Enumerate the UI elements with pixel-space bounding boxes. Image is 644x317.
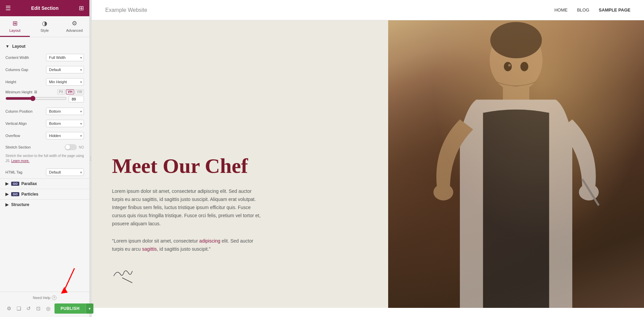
svg-point-9 <box>520 62 528 71</box>
vertical-align-select[interactable]: Bottom Top Middle <box>46 120 84 127</box>
html-tag-label: HTML Tag <box>5 170 46 174</box>
responsive-icon[interactable]: ⊡ <box>35 304 42 313</box>
column-position-select-wrap[interactable]: Bottom Top Middle <box>46 108 84 115</box>
publish-arrow-button[interactable]: ▾ <box>86 303 93 314</box>
toggle-label: NO <box>79 145 84 149</box>
sidebar: ☰ Edit Section ⊞ ⊞ Layout ◑ Style ⚙ Adva… <box>0 0 90 317</box>
parallax-label: Parallax <box>21 181 37 186</box>
columns-gap-label: Columns Gap <box>5 68 46 72</box>
resize-dot-3 <box>90 160 91 161</box>
min-height-label: Minimum Height 🖥 <box>5 90 46 94</box>
columns-gap-group: Columns Gap Default None Narrow Wide <box>0 64 89 76</box>
hero-signature <box>112 264 368 288</box>
hero-text: Meet Our Chef Lorem ipsum dolor sit amet… <box>92 20 388 308</box>
stretch-learn-more-link[interactable]: Learn more. <box>11 159 29 163</box>
column-position-select[interactable]: Bottom Top Middle <box>46 108 84 115</box>
nav-sample-page[interactable]: SAMPLE PAGE <box>599 7 630 13</box>
content-width-select-wrap[interactable]: Full Width Boxed <box>46 54 84 61</box>
stretch-toggle-wrap: NO <box>65 144 84 150</box>
overflow-label: Overflow <box>5 134 46 138</box>
unit-vh[interactable]: VH <box>66 89 74 94</box>
monitor-icon: 🖥 <box>34 90 38 94</box>
sidebar-title: Edit Section <box>31 5 59 11</box>
min-height-row: Minimum Height 🖥 PX VH VW <box>0 88 89 105</box>
hero-title: Meet Our Chef <box>112 154 368 177</box>
unit-vw[interactable]: VW <box>75 89 84 94</box>
parallax-arrow-icon: ▶ <box>5 181 8 186</box>
help-icon[interactable]: ? <box>52 295 57 300</box>
structure-section-header[interactable]: ▶ Structure <box>0 199 89 210</box>
overflow-select[interactable]: Hidden Visible <box>46 132 84 139</box>
min-height-input-group <box>5 96 84 103</box>
height-select[interactable]: Min Height Default Fit To Screen <box>46 78 84 86</box>
html-tag-select[interactable]: Default header main footer section artic… <box>46 168 84 176</box>
svg-rect-4 <box>503 85 529 101</box>
tab-style[interactable]: ◑ Style <box>30 16 60 37</box>
column-position-group: Column Position Bottom Top Middle <box>0 105 89 117</box>
html-tag-select-wrap[interactable]: Default header main footer section artic… <box>46 168 84 176</box>
particles-arrow-icon: ▶ <box>5 192 8 197</box>
history-icon[interactable]: ↺ <box>25 304 32 313</box>
min-height-slider-wrap[interactable] <box>5 96 67 103</box>
sidebar-content: ▼ Layout Content Width Full Width Boxed … <box>0 37 89 292</box>
quote-link-2: sagittis <box>142 246 157 252</box>
chef-figure-svg <box>388 20 644 308</box>
html-tag-group: HTML Tag Default header main footer sect… <box>0 166 89 178</box>
vertical-align-label: Vertical Align <box>5 121 46 126</box>
vertical-align-group: Vertical Align Bottom Top Middle <box>0 117 89 130</box>
particles-header-pro: GO Particles <box>11 192 38 197</box>
stretch-toggle[interactable] <box>65 144 77 150</box>
resize-dot-2 <box>90 158 91 159</box>
resize-dot-1 <box>90 157 91 157</box>
publish-group: PUBLISH ▾ <box>54 303 93 314</box>
hero-body: Lorem ipsum dolor sit amet, consectetur … <box>112 187 261 228</box>
min-height-labels: Minimum Height 🖥 PX VH VW <box>5 89 84 94</box>
particles-label: Particles <box>21 192 38 197</box>
content-width-group: Content Width Full Width Boxed <box>0 51 89 64</box>
content-width-label: Content Width <box>5 55 46 60</box>
layout-section-header[interactable]: ▼ Layout <box>0 41 89 51</box>
menu-icon[interactable]: ☰ <box>5 4 11 12</box>
content-width-select[interactable]: Full Width Boxed <box>46 54 84 61</box>
sidebar-bottom: Need Help ? ⚙ ❏ ↺ ⊡ ◎ PUBLISH ▾ <box>0 292 89 317</box>
columns-gap-select[interactable]: Default None Narrow Wide <box>46 66 84 73</box>
overflow-select-wrap[interactable]: Hidden Visible <box>46 132 84 139</box>
svg-point-6 <box>579 184 599 201</box>
hero-quote: "Lorem ipsum dolor sit amet, consectetur… <box>112 237 261 253</box>
vertical-align-select-wrap[interactable]: Bottom Top Middle <box>46 120 84 127</box>
settings-icon[interactable]: ⚙ <box>5 304 13 313</box>
preview-nav-links: HOME BLOG SAMPLE PAGE <box>554 7 630 13</box>
stretch-section-group: Stretch Section NO <box>0 142 89 153</box>
layers-icon[interactable]: ❏ <box>15 304 22 313</box>
stretch-description: Stretch the section to the full width of… <box>0 153 89 166</box>
nav-blog[interactable]: BLOG <box>577 7 589 13</box>
signature-svg <box>112 264 139 285</box>
tab-advanced[interactable]: ⚙ Advanced <box>60 16 89 37</box>
toggle-knob <box>65 145 70 150</box>
hero-section: Meet Our Chef Lorem ipsum dolor sit amet… <box>92 20 644 308</box>
height-select-wrap[interactable]: Min Height Default Fit To Screen <box>46 78 84 86</box>
unit-px[interactable]: PX <box>57 89 65 94</box>
parallax-section-header[interactable]: ▶ GO Parallax <box>0 178 89 189</box>
eye-icon[interactable]: ◎ <box>45 304 52 313</box>
need-help: Need Help ? <box>33 295 57 300</box>
layout-arrow-icon: ▼ <box>5 44 9 49</box>
svg-point-10 <box>508 64 511 67</box>
particles-section-header[interactable]: ▶ GO Particles <box>0 189 89 199</box>
min-height-slider[interactable] <box>5 96 67 101</box>
svg-point-3 <box>490 22 542 58</box>
layout-section-title: Layout <box>12 44 25 49</box>
publish-button[interactable]: PUBLISH <box>54 303 86 314</box>
hero-image <box>388 20 644 308</box>
min-height-number-input[interactable] <box>69 96 84 103</box>
particles-pro-badge: GO <box>11 192 19 196</box>
columns-gap-select-wrap[interactable]: Default None Narrow Wide <box>46 66 84 73</box>
tab-layout[interactable]: ⊞ Layout <box>0 16 30 37</box>
overflow-group: Overflow Hidden Visible <box>0 130 89 142</box>
nav-home[interactable]: HOME <box>554 7 568 13</box>
grid-icon[interactable]: ⊞ <box>79 4 84 12</box>
structure-label: Structure <box>11 202 29 207</box>
svg-point-5 <box>434 184 453 201</box>
quote-link-1: adipiscing <box>199 238 220 244</box>
column-position-label: Column Position <box>5 109 46 113</box>
